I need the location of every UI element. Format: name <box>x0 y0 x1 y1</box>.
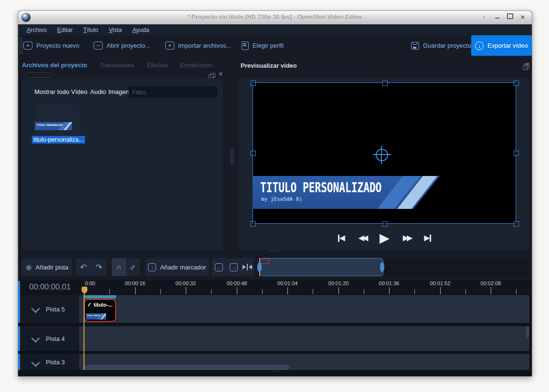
timeline-horizontal-scrollbar[interactable] <box>84 365 289 370</box>
ruler-tick <box>160 289 161 294</box>
fast-forward-icon: ▶ <box>407 234 411 242</box>
project-files-panel: Mostrar todo Vídeo Audio Imagen TITULO P… <box>22 79 222 250</box>
folder-minus-icon: – <box>94 41 103 50</box>
choose-profile-label: Elegir perfil <box>253 42 284 49</box>
redo-button[interactable]: ↷ <box>95 263 102 271</box>
rewind-icon: ◀ <box>359 234 362 242</box>
export-video-label: Exportar vídeo <box>487 42 528 49</box>
play-button[interactable]: ▶ <box>380 230 390 246</box>
menu-ayuda[interactable]: Ayuda <box>127 26 154 34</box>
previous-marker-button[interactable]: ← <box>215 263 223 271</box>
transform-handle-bottom-right[interactable] <box>514 221 519 227</box>
jump-end-button[interactable]: ▶ <box>424 234 431 242</box>
download-icon: ↓ <box>475 41 484 50</box>
rewind-button[interactable]: ◀◀ <box>359 234 367 242</box>
add-marker-label: Añadir marcador <box>160 264 206 271</box>
timeline-vertical-scrollbar[interactable] <box>526 326 529 338</box>
timeline-clip[interactable]: titulo-... TITULO PERSONALIZADO <box>84 299 116 322</box>
track-header: Pista 3 <box>18 354 79 370</box>
tab-emoticonos[interactable]: Emoticonos <box>180 62 212 69</box>
zoom-selection-region[interactable] <box>260 258 383 276</box>
shade-button[interactable]: ↑ <box>481 13 487 21</box>
fast-forward-button[interactable]: ▶▶ <box>403 234 411 242</box>
file-name-label: titulo-personaliza... <box>32 136 85 144</box>
add-marker-button[interactable]: ↓ Añadir marcador <box>145 258 209 276</box>
timeline-resize-handle[interactable] <box>269 371 284 373</box>
preview-panel-close-icon[interactable]: × <box>525 62 529 67</box>
timeline-ruler[interactable]: 00:00:00,01 0:00 00:00:16 00:00:32 00:00… <box>18 279 532 295</box>
clip-label: titulo-... <box>94 302 113 308</box>
chevron-down-icon[interactable] <box>31 334 40 342</box>
tab-efectos[interactable]: Efectos <box>147 62 168 69</box>
snap-toggle-button[interactable]: ∩ <box>112 258 126 276</box>
close-button[interactable]: × <box>519 13 526 21</box>
save-project-button[interactable]: Guardar proyecto <box>411 35 471 56</box>
jump-start-button[interactable]: ◀ <box>338 234 345 242</box>
marker-nav-group: ← → <box>211 258 241 276</box>
video-title-banner: TITULO PERSONALIZADO by jEsuSdA 8) <box>253 176 440 209</box>
track-lane <box>79 326 529 351</box>
transform-handle-mid-right[interactable] <box>514 151 519 156</box>
file-item[interactable]: TITULO PERSONALIZADO titulo-personaliza.… <box>34 104 86 147</box>
file-thumbnail: TITULO PERSONALIZADO <box>34 104 81 135</box>
undo-redo-group: ↶ ↷ <box>76 258 106 276</box>
minimize-button[interactable] <box>494 13 500 21</box>
menu-vista[interactable]: Vista <box>104 26 127 34</box>
undo-button[interactable]: ↶ <box>80 263 87 271</box>
ruler-tick <box>262 289 263 294</box>
transform-handle-mid-left[interactable] <box>251 151 256 156</box>
menu-archivo[interactable]: Archivo <box>22 26 52 34</box>
track-accent-bar <box>18 326 20 351</box>
chevron-down-icon[interactable] <box>31 358 40 367</box>
export-video-button[interactable]: ↓ Exportar vídeo <box>471 35 532 56</box>
zoom-right-handle[interactable] <box>380 262 384 272</box>
transform-origin-crosshair[interactable] <box>376 149 388 161</box>
track-label: Pista 4 <box>46 335 65 342</box>
maximize-button[interactable] <box>507 13 513 21</box>
files-panel-close-icon[interactable]: × <box>219 72 222 76</box>
track-header: Pista 5 <box>18 295 79 323</box>
audio-filter-button[interactable]: Audio <box>90 88 106 95</box>
track-label: Pista 3 <box>46 359 65 366</box>
tab-scrollbar[interactable] <box>25 72 53 78</box>
ruler-tick <box>109 289 110 294</box>
transform-handle-bottom-left[interactable] <box>251 221 256 227</box>
add-track-button[interactable]: ⊕ Añadir pista <box>22 258 72 276</box>
razor-tool-button[interactable]: ✂ <box>126 258 140 276</box>
import-files-button[interactable]: + Importar archivos... <box>165 35 231 56</box>
video-filter-button[interactable]: Vídeo <box>71 88 87 95</box>
track-lane <box>79 295 529 323</box>
transform-handle-top-right[interactable] <box>514 81 519 86</box>
imagen-filter-button[interactable]: Imagen <box>108 88 129 95</box>
filter-input[interactable] <box>128 86 217 98</box>
track-row-pista4: Pista 4 <box>18 326 529 351</box>
show-all-button[interactable]: Mostrar todo <box>34 88 69 95</box>
menu-editar[interactable]: Editar <box>53 26 78 34</box>
dock-splitter-handle[interactable] <box>230 148 233 165</box>
new-project-button[interactable]: + Proyecto nuevo <box>23 35 79 56</box>
tab-transiciones[interactable]: Transiciones <box>100 62 135 69</box>
chevron-down-icon[interactable] <box>31 304 40 313</box>
center-playhead-button[interactable] <box>241 258 254 276</box>
new-project-label: Proyecto nuevo <box>36 42 79 49</box>
center-playhead-icon <box>247 264 248 270</box>
timeline-zoom-widget[interactable] <box>257 258 529 276</box>
transform-handle-top-left[interactable] <box>251 81 256 86</box>
play-icon: ▶ <box>380 230 390 246</box>
open-project-button[interactable]: – Abrir proyecto... <box>94 35 150 56</box>
tab-archivos-del-proyecto[interactable]: Archivos del proyecto <box>22 62 87 69</box>
preview-resize-handle[interactable] <box>268 250 283 252</box>
ruler-tick <box>237 287 237 294</box>
transform-handle-top-center[interactable] <box>382 81 388 86</box>
ruler-tick <box>338 287 339 294</box>
menu-titulo[interactable]: Título <box>78 26 103 34</box>
zoom-left-handle[interactable] <box>257 262 262 272</box>
ruler-ticks <box>18 279 532 295</box>
next-marker-button[interactable]: → <box>230 263 238 271</box>
transform-handle-bottom-center[interactable] <box>382 221 388 227</box>
choose-profile-button[interactable]: Elegir perfil <box>242 35 284 56</box>
ruler-tick <box>211 289 211 294</box>
toolbar-drag-handle[interactable] <box>19 37 22 54</box>
ruler-tick <box>414 289 415 294</box>
file-plus-icon: + <box>23 41 32 50</box>
